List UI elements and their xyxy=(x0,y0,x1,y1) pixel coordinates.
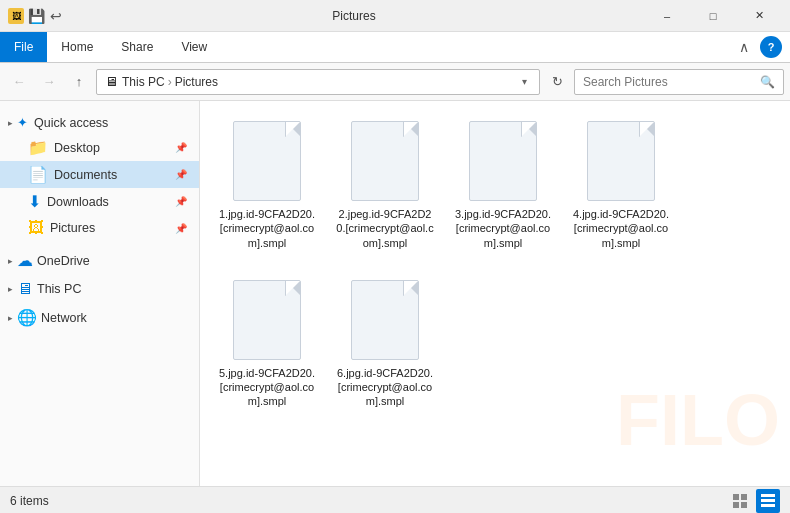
file-page-4 xyxy=(587,121,655,201)
chevron-right-icon: ▸ xyxy=(8,118,13,128)
file-name-1: 1.jpg.id-9CFA2D20.[crimecrypt@aol.com].s… xyxy=(216,207,318,250)
svg-rect-0 xyxy=(733,494,739,500)
tab-file[interactable]: File xyxy=(0,32,47,62)
sidebar-label-thispc: This PC xyxy=(37,282,81,296)
list-item[interactable]: 5.jpg.id-9CFA2D20.[crimecrypt@aol.com].s… xyxy=(212,272,322,415)
chevron-right-icon-onedrive: ▸ xyxy=(8,256,13,266)
file-name-6: 6.jpg.id-9CFA2D20.[crimecrypt@aol.com].s… xyxy=(334,366,436,409)
list-item[interactable]: 2.jpeg.id-9CFA2D20.[crimecrypt@aol.com].… xyxy=(330,113,440,256)
sidebar-label-downloads: Downloads xyxy=(47,195,109,209)
ribbon-tabs: File Home Share View ∧ ? xyxy=(0,32,790,62)
thispc-icon: 🖥 xyxy=(17,280,33,298)
file-icon-6 xyxy=(349,278,421,362)
pin-icon-downloads: 📌 xyxy=(175,196,187,207)
file-icon-4 xyxy=(585,119,657,203)
maximize-button[interactable]: □ xyxy=(690,0,736,32)
file-page-6 xyxy=(351,280,419,360)
sidebar-item-onedrive[interactable]: ▸ ☁ OneDrive xyxy=(0,245,199,274)
up-button[interactable]: ↑ xyxy=(66,69,92,95)
svg-rect-2 xyxy=(733,502,739,508)
ribbon-expand: ∧ ? xyxy=(732,32,790,62)
close-button[interactable]: ✕ xyxy=(736,0,782,32)
tab-home[interactable]: Home xyxy=(47,32,107,62)
sidebar-label-network: Network xyxy=(41,311,87,325)
svg-rect-4 xyxy=(761,494,775,497)
file-area: FILO 1.jpg.id-9CFA2D20.[crimecrypt@aol.c… xyxy=(200,101,790,486)
file-page-2 xyxy=(351,121,419,201)
main-layout: ▸ ✦ Quick access 📁 Desktop 📌 📄 Documents… xyxy=(0,101,790,486)
svg-rect-6 xyxy=(761,504,775,507)
file-icon-1 xyxy=(231,119,303,203)
title-bar-icons: 🖼 💾 ↩ xyxy=(8,8,64,24)
sidebar-label-documents: Documents xyxy=(54,168,117,182)
onedrive-icon: ☁ xyxy=(17,251,33,270)
sidebar-label-onedrive: OneDrive xyxy=(37,254,90,268)
folder-icon-documents: 📄 xyxy=(28,165,48,184)
save-icon[interactable]: 💾 xyxy=(28,8,44,24)
refresh-button[interactable]: ↻ xyxy=(544,69,570,95)
item-count: 6 items xyxy=(10,494,49,508)
folder-icon-desktop: 📁 xyxy=(28,138,48,157)
folder-icon-downloads: ⬇ xyxy=(28,192,41,211)
list-item[interactable]: 1.jpg.id-9CFA2D20.[crimecrypt@aol.com].s… xyxy=(212,113,322,256)
search-input[interactable] xyxy=(583,75,760,89)
svg-rect-5 xyxy=(761,499,775,502)
file-icon-2 xyxy=(349,119,421,203)
minimize-button[interactable]: – xyxy=(644,0,690,32)
chevron-right-icon-network: ▸ xyxy=(8,313,13,323)
path-dropdown-arrow[interactable]: ▾ xyxy=(518,76,531,87)
sidebar-item-thispc[interactable]: ▸ 🖥 This PC xyxy=(0,274,199,302)
status-bar: 6 items xyxy=(0,486,790,513)
pin-icon-pictures: 📌 xyxy=(175,223,187,234)
tile-view-icon xyxy=(760,493,776,509)
chevron-right-icon-thispc: ▸ xyxy=(8,284,13,294)
sidebar-item-downloads[interactable]: ⬇ Downloads 📌 xyxy=(0,188,199,215)
search-icon[interactable]: 🔍 xyxy=(760,75,775,89)
app-icon: 🖼 xyxy=(8,8,24,24)
file-icon-3 xyxy=(467,119,539,203)
list-view-button[interactable] xyxy=(728,489,752,513)
ribbon-collapse-button[interactable]: ∧ xyxy=(732,35,756,59)
help-button[interactable]: ? xyxy=(760,36,782,58)
search-box[interactable]: 🔍 xyxy=(574,69,784,95)
list-item[interactable]: 4.jpg.id-9CFA2D20.[crimecrypt@aol.com].s… xyxy=(566,113,676,256)
svg-rect-3 xyxy=(741,502,747,508)
path-icon: 🖥 xyxy=(105,74,118,89)
tile-view-button[interactable] xyxy=(756,489,780,513)
path-separator: › xyxy=(168,75,172,89)
sidebar-item-pictures[interactable]: 🖼 Pictures 📌 xyxy=(0,215,199,241)
sidebar-item-desktop[interactable]: 📁 Desktop 📌 xyxy=(0,134,199,161)
tab-view[interactable]: View xyxy=(167,32,221,62)
file-name-2: 2.jpeg.id-9CFA2D20.[crimecrypt@aol.com].… xyxy=(334,207,436,250)
watermark: FILO xyxy=(616,384,780,456)
status-bar-right xyxy=(728,489,780,513)
file-name-5: 5.jpg.id-9CFA2D20.[crimecrypt@aol.com].s… xyxy=(216,366,318,409)
sidebar: ▸ ✦ Quick access 📁 Desktop 📌 📄 Documents… xyxy=(0,101,200,486)
address-bar: ← → ↑ 🖥 This PC › Pictures ▾ ↻ 🔍 xyxy=(0,63,790,101)
list-item[interactable]: 3.jpg.id-9CFA2D20.[crimecrypt@aol.com].s… xyxy=(448,113,558,256)
sidebar-item-network[interactable]: ▸ 🌐 Network xyxy=(0,302,199,331)
list-view-icon xyxy=(732,493,748,509)
file-name-3: 3.jpg.id-9CFA2D20.[crimecrypt@aol.com].s… xyxy=(452,207,554,250)
undo-icon[interactable]: ↩ xyxy=(48,8,64,24)
svg-rect-1 xyxy=(741,494,747,500)
file-page-3 xyxy=(469,121,537,201)
window-title: Pictures xyxy=(64,9,644,23)
quickaccess-label: Quick access xyxy=(34,116,108,130)
back-button[interactable]: ← xyxy=(6,69,32,95)
file-page-1 xyxy=(233,121,301,201)
quickaccess-star-icon: ✦ xyxy=(17,115,28,130)
pin-icon-documents: 📌 xyxy=(175,169,187,180)
window-controls: – □ ✕ xyxy=(644,0,782,32)
sidebar-item-quickaccess[interactable]: ▸ ✦ Quick access xyxy=(0,109,199,134)
list-item[interactable]: 6.jpg.id-9CFA2D20.[crimecrypt@aol.com].s… xyxy=(330,272,440,415)
forward-button[interactable]: → xyxy=(36,69,62,95)
file-icon-5 xyxy=(231,278,303,362)
tab-share[interactable]: Share xyxy=(107,32,167,62)
path-part-pictures: Pictures xyxy=(175,75,218,89)
title-bar: 🖼 💾 ↩ Pictures – □ ✕ xyxy=(0,0,790,32)
folder-icon-pictures: 🖼 xyxy=(28,219,44,237)
sidebar-item-documents[interactable]: 📄 Documents 📌 xyxy=(0,161,199,188)
path-part-thispc: This PC xyxy=(122,75,165,89)
address-path[interactable]: 🖥 This PC › Pictures ▾ xyxy=(96,69,540,95)
